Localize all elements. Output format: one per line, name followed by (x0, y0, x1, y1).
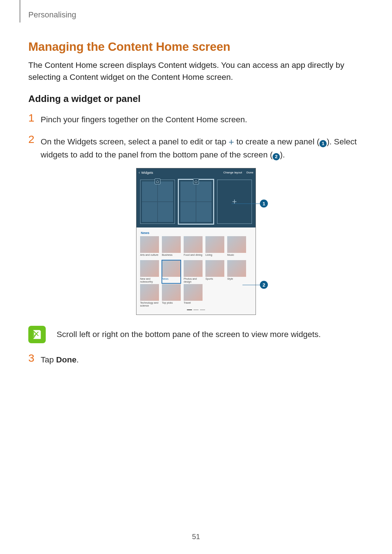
screenshot-widgets-area: News Arts and culture Business (136, 227, 256, 315)
widget-item[interactable]: Business (162, 236, 181, 259)
page-number: 51 (0, 533, 392, 541)
callout-badge-2: 2 (260, 281, 268, 289)
screenshot-back-button[interactable]: ‹ Widgets (136, 171, 155, 175)
widget-label: New and noteworthy (140, 278, 159, 283)
callout-badge-1: 1 (260, 200, 268, 208)
subsection-title: Adding a widget or panel (28, 93, 364, 104)
step-2-text: On the Widgets screen, select a panel to… (41, 133, 364, 161)
widget-item[interactable]: New and noteworthy (140, 260, 159, 283)
widget-row: New and noteworthy News Photos and desig… (140, 260, 252, 283)
step-2-text-mid1: to create a new panel ( (234, 137, 319, 146)
note-row: Scroll left or right on the bottom pane … (28, 326, 364, 343)
widget-label: Travel (184, 301, 203, 307)
widget-label: Food and dining (184, 254, 203, 259)
step-2-text-pre: On the Widgets screen, select a panel to… (41, 137, 229, 146)
screenshot-category-label: News (141, 231, 252, 235)
screenshot-panel-add[interactable]: + (217, 180, 252, 224)
add-panel-plus-icon: + (217, 180, 252, 223)
step-3-text: Tap Done. (41, 352, 79, 366)
screenshot-done-button[interactable]: Done (244, 171, 256, 174)
widget-item[interactable]: Food and dining (184, 236, 203, 259)
widget-label: Arts and culture (140, 254, 159, 259)
widget-label: Music (227, 254, 246, 259)
screenshot-panels-row: + (136, 177, 256, 227)
widget-label: Sports (205, 278, 224, 283)
widget-item[interactable]: Technology and science (140, 284, 159, 307)
plus-icon: + (229, 136, 234, 147)
widget-item[interactable]: Travel (184, 284, 203, 307)
widget-item-selected[interactable]: News (162, 260, 181, 283)
screenshot-panel-1[interactable] (140, 180, 175, 224)
widget-label: Top picks (162, 301, 181, 307)
step-3-text-post: . (77, 355, 79, 364)
callout-line-2 (242, 285, 261, 285)
screenshot-topbar: ‹ Widgets Change layout Done (136, 168, 256, 177)
step-1: 1 Pinch your fingers together on the Con… (28, 112, 364, 126)
widget-label: Photos and design (184, 278, 203, 283)
widget-label: Living (205, 254, 224, 259)
callout-badge-2-inline: 2 (273, 153, 280, 160)
callout-badge-1-inline: 1 (319, 140, 327, 147)
home-icon (193, 178, 199, 184)
device-screenshot: ‹ Widgets Change layout Done (136, 168, 256, 315)
intro-paragraph: The Content Home screen displays Content… (28, 59, 364, 83)
widget-row: Arts and culture Business Food and dinin… (140, 236, 252, 259)
step-2: 2 On the Widgets screen, select a panel … (28, 133, 364, 161)
widget-item[interactable]: Music (227, 236, 246, 259)
step-3-text-bold: Done (56, 355, 77, 364)
screenshot-back-label: Widgets (141, 171, 153, 175)
screenshot-change-layout-button[interactable]: Change layout (221, 171, 244, 174)
note-text: Scroll left or right on the bottom pane … (57, 329, 321, 340)
screenshot-page-indicator (140, 308, 252, 312)
widget-item[interactable]: Style (227, 260, 246, 283)
widget-item[interactable]: Living (205, 236, 224, 259)
section-title: Managing the Content Home screen (28, 40, 364, 54)
figure-screenshot: ‹ Widgets Change layout Done (28, 168, 364, 315)
callout-line-1 (232, 204, 261, 204)
header-section-label: Personalising (28, 10, 76, 20)
widget-label: Technology and science (140, 301, 159, 307)
widget-item[interactable]: Top picks (162, 284, 181, 307)
home-icon (155, 178, 160, 184)
screenshot-panel-2-selected[interactable] (179, 180, 213, 224)
widget-item[interactable]: Sports (205, 260, 224, 283)
note-icon (28, 326, 46, 343)
step-2-number: 2 (28, 133, 41, 145)
step-3-text-pre: Tap (41, 355, 56, 364)
widget-label: Business (162, 254, 181, 259)
step-1-text: Pinch your fingers together on the Conte… (41, 112, 247, 126)
widget-label: News (162, 278, 181, 283)
step-1-number: 1 (28, 112, 41, 124)
widget-row: Technology and science Top picks Travel (140, 284, 252, 307)
widget-item[interactable]: Photos and design (184, 260, 203, 283)
widget-label: Style (227, 278, 246, 283)
header-rule (20, 0, 20, 22)
widget-item[interactable]: Arts and culture (140, 236, 159, 259)
step-3: 3 Tap Done. (28, 352, 364, 366)
chevron-left-icon: ‹ (139, 171, 140, 175)
step-2-text-post: ). (280, 150, 285, 159)
step-3-number: 3 (28, 352, 41, 364)
